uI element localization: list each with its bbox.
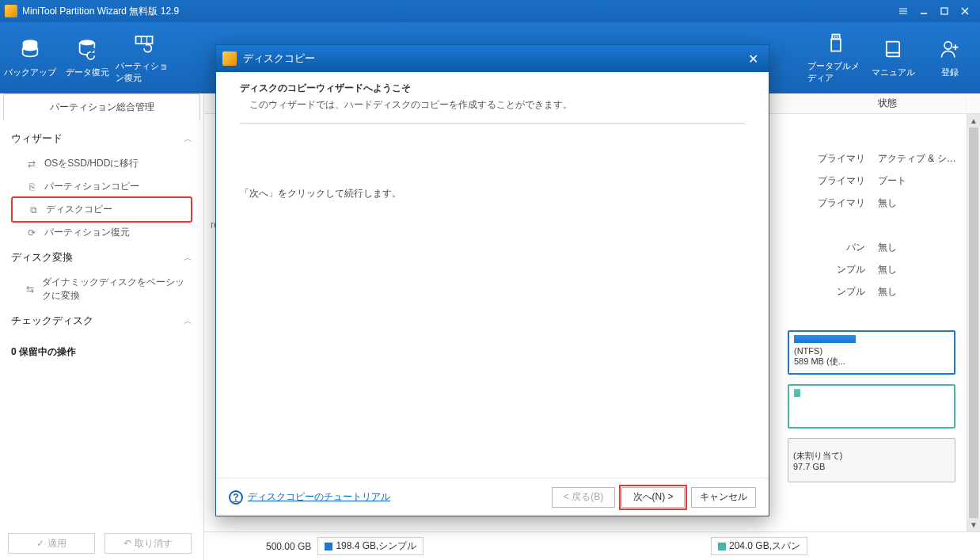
svg-rect-3 <box>832 35 839 40</box>
section-disk-convert-label: ディスク変換 <box>11 250 73 265</box>
scroll-thumb[interactable] <box>969 128 978 518</box>
toolbar-register[interactable]: 登録 <box>921 27 978 89</box>
toolbar-backup-label: バックアップ <box>4 67 56 78</box>
section-wizard-label: ウィザード <box>11 131 63 146</box>
col-status[interactable]: 状態 <box>872 97 967 110</box>
section-check-disk-label: チェックディスク <box>11 314 93 328</box>
toolbar-data-recovery[interactable]: データ復元 <box>59 27 116 89</box>
minimize-button[interactable] <box>914 3 934 19</box>
next-button[interactable]: 次へ(N) > <box>621 487 685 508</box>
unalloc-label: (未割り当て) <box>793 450 950 462</box>
chevron-up-icon: ︿ <box>184 315 192 327</box>
database-icon <box>19 38 41 60</box>
disk-row-2[interactable] <box>788 382 955 431</box>
footer-total-size: 500.00 GB <box>266 541 311 552</box>
part-copy-icon: ⎘ <box>25 181 38 193</box>
pending-operations: 0 保留中の操作 <box>0 339 203 365</box>
disk-copy-icon: ⧉ <box>27 204 40 216</box>
toolbar-bootable-media[interactable]: ブータブルメディア <box>807 27 864 89</box>
chevron-up-icon: ︿ <box>184 133 192 145</box>
user-plus-icon <box>939 38 961 60</box>
disk-copy-wizard-dialog: ディスクコピー ✕ ディスクのコピーウィザードへようこそ このウィザードでは、ハ… <box>215 44 769 516</box>
scroll-down-icon[interactable]: ▼ <box>967 518 980 531</box>
footer-seg-2[interactable]: 204.0 GB,スパン <box>711 537 807 555</box>
disk-row-1[interactable]: (NTFS) 589 MB (使... <box>788 328 955 377</box>
app-icon <box>222 51 237 66</box>
app-title: MiniTool Partition Wizard 無料版 12.9 <box>22 5 893 18</box>
part-restore-icon: ⟳ <box>25 227 38 239</box>
toolbar-data-recovery-label: データ復元 <box>66 67 109 78</box>
tutorial-link[interactable]: ? ディスクコピーのチュートリアル <box>229 490 390 505</box>
scroll-up-icon[interactable]: ▲ <box>967 114 980 128</box>
partition-restore-icon <box>133 32 155 54</box>
menu-partition-copy[interactable]: ⎘ パーティションコピー <box>11 175 192 198</box>
menu-dynamic-to-basic[interactable]: ⇆ ダイナミックディスクをベーシックに変換 <box>11 271 192 307</box>
app-icon <box>5 5 17 17</box>
svg-rect-4 <box>831 39 841 51</box>
menu-partition-restore[interactable]: ⟳ パーティション復元 <box>11 221 192 244</box>
disk-row-3[interactable]: (未割り当て) 97.7 GB <box>788 436 955 485</box>
svg-rect-6 <box>837 36 838 37</box>
svg-point-7 <box>944 41 952 48</box>
back-button[interactable]: < 戻る(B) <box>552 487 615 508</box>
help-icon: ? <box>229 490 243 505</box>
dialog-title-bar: ディスクコピー ✕ <box>216 45 769 72</box>
section-wizard[interactable]: ウィザード ︿ <box>11 125 192 152</box>
menu-partition-copy-label: パーティションコピー <box>44 180 139 193</box>
dialog-footer: ? ディスクコピーのチュートリアル < 戻る(B) 次へ(N) > キャンセル <box>216 478 769 516</box>
dialog-close-button[interactable]: ✕ <box>743 49 762 68</box>
sidebar: パーティション総合管理 ウィザード ︿ ⇄ OSをSSD/HDDに移行 ⎘ パー… <box>0 93 204 560</box>
section-disk-convert[interactable]: ディスク変換 ︿ <box>11 244 192 271</box>
undo-button[interactable]: ↶ 取り消す <box>104 533 192 554</box>
toolbar-manual[interactable]: マニュアル <box>864 27 921 89</box>
section-check-disk[interactable]: チェックディスク ︿ <box>11 307 192 334</box>
toolbar-partition-recovery[interactable]: パーティション復元 <box>116 27 173 89</box>
book-icon <box>882 38 904 60</box>
svg-rect-0 <box>941 8 948 14</box>
sidebar-tab-partition-mgmt[interactable]: パーティション総合管理 <box>3 93 200 120</box>
svg-point-2 <box>80 40 95 45</box>
menu-disk-copy-label: ディスクコピー <box>46 203 112 216</box>
menu-disk-copy[interactable]: ⧉ ディスクコピー <box>11 196 192 223</box>
unalloc-size: 97.7 GB <box>793 462 950 471</box>
apply-button[interactable]: ✓ 適用 <box>8 533 95 554</box>
usb-icon <box>825 32 847 54</box>
footer-seg-1[interactable]: 198.4 GB,シンプル <box>317 537 424 555</box>
dialog-description: このウィザードでは、ハードディスクのコピーを作成することができます。 <box>240 98 745 112</box>
dialog-instruction: 「次へ」をクリックして続行します。 <box>240 187 745 200</box>
toolbar-bootable-label: ブータブルメディア <box>807 60 864 84</box>
menu-migrate-os[interactable]: ⇄ OSをSSD/HDDに移行 <box>11 152 192 175</box>
restore-icon <box>76 38 98 60</box>
menu-button[interactable] <box>893 3 914 19</box>
dialog-heading: ディスクのコピーウィザードへようこそ <box>240 82 745 95</box>
close-button[interactable] <box>955 3 975 19</box>
content-footer: 500.00 GB 198.4 GB,シンプル 204.0 GB,スパン <box>204 531 980 560</box>
toolbar-backup[interactable]: バックアップ <box>2 27 59 89</box>
convert-icon: ⇆ <box>25 283 36 295</box>
toolbar-partition-recovery-label: パーティション復元 <box>116 60 173 84</box>
menu-dynamic-to-basic-label: ダイナミックディスクをベーシックに変換 <box>42 276 186 303</box>
chevron-up-icon: ︿ <box>184 252 192 264</box>
toolbar-register-label: 登録 <box>941 67 959 78</box>
toolbar-manual-label: マニュアル <box>872 67 915 78</box>
menu-partition-restore-label: パーティション復元 <box>44 226 130 239</box>
menu-migrate-os-label: OSをSSD/HDDに移行 <box>44 157 139 170</box>
dialog-title: ディスクコピー <box>243 51 743 66</box>
tutorial-link-label: ディスクコピーのチュートリアル <box>248 490 390 504</box>
maximize-button[interactable] <box>934 3 955 19</box>
sidebar-action-bar: ✓ 適用 ↶ 取り消す <box>8 533 192 554</box>
scrollbar[interactable]: ▲ ▼ <box>967 114 980 531</box>
svg-rect-5 <box>834 36 836 37</box>
dialog-body: ディスクのコピーウィザードへようこそ このウィザードでは、ハードディスクのコピー… <box>216 72 769 478</box>
cancel-button[interactable]: キャンセル <box>691 487 756 508</box>
part-ntfs-label: (NTFS) <box>794 346 949 356</box>
part-ntfs-size: 589 MB (使... <box>794 356 949 368</box>
migrate-icon: ⇄ <box>25 158 38 170</box>
title-bar: MiniTool Partition Wizard 無料版 12.9 <box>0 0 980 22</box>
